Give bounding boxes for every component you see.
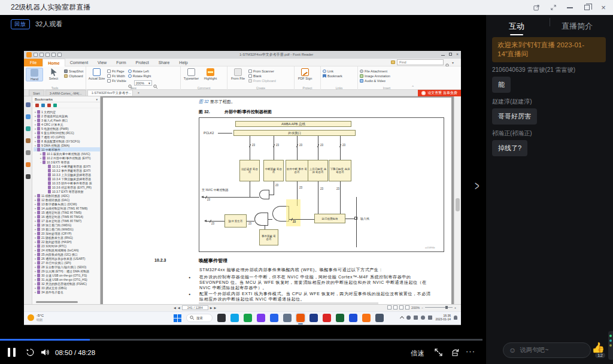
fit-visible-button[interactable]: Fit Visible [107, 79, 126, 83]
minimize-icon[interactable] [566, 4, 573, 11]
bookmark-item[interactable]: + 2 存储器和总线架构 [34, 114, 100, 118]
ribbon-tab[interactable]: Share [154, 59, 175, 66]
search-icon[interactable] [445, 60, 450, 65]
panel-expand-chevron-icon[interactable]: > [475, 178, 480, 194]
bookmark-item[interactable]: + 31 高速 USB on-the-go (OTG_HS) [34, 277, 100, 281]
document-tab[interactable]: 3-ARM-Cortex_-M4(... [45, 90, 86, 96]
progress-bar[interactable] [0, 339, 482, 341]
view-mode-icon[interactable] [393, 305, 397, 310]
bookmark-item[interactable]: + 9 DMA 控制器 (DMA) [34, 143, 100, 147]
audio-video-button[interactable]: Audio & Video [360, 79, 390, 83]
bookmark-item[interactable]: + 24 控制器局域网络 (bxCAN) [34, 248, 100, 252]
find-caret-icon[interactable]: ▾ [452, 60, 454, 65]
from-file-button[interactable]: From File [229, 68, 247, 83]
layers-panel-icon[interactable] [26, 102, 31, 107]
video-player[interactable]: 回放 32人观看 1-STM32F4xx中文参考手册.pdf - Foxit R… [0, 15, 486, 364]
ribbon-tab[interactable]: Protect [131, 59, 153, 66]
tab-interaction[interactable]: 互动 [509, 21, 524, 32]
figure-link[interactable]: 图 32 [199, 99, 209, 104]
weather-widget[interactable]: -5°C 晴朗 [28, 314, 44, 321]
bookmark-item[interactable]: + 30 全速 USB on-the-go (OTG_FS) [34, 273, 100, 277]
ribbon-tab[interactable]: Home [43, 59, 65, 66]
bookmark-item[interactable]: 10.3.6 挂起寄存器 (EXTI_PR) [34, 185, 100, 189]
taskbar-search[interactable]: 搜索 [186, 314, 213, 322]
zoom-minus-icon[interactable]: − [421, 306, 423, 310]
zoom-plus-icon[interactable]: + [454, 306, 456, 310]
bookmark-item[interactable]: 10.3.3 上升沿触发选择寄存器 [34, 172, 100, 177]
bookmark-tool-icon[interactable] [47, 104, 51, 107]
fit-page-button[interactable]: Fit Page [107, 69, 126, 73]
tab-close-icon[interactable]: × [134, 90, 142, 96]
pause-button[interactable] [8, 348, 16, 357]
bookmark-tool-icon[interactable] [53, 104, 57, 107]
tab-stream-info[interactable]: 直播简介 [562, 21, 593, 32]
close-icon[interactable]: × [600, 4, 607, 11]
blank-button[interactable]: Blank [248, 74, 276, 78]
bookmark-item[interactable]: + 28 安全数字输入/输出接口 (SDIO) [34, 265, 100, 269]
save-icon[interactable] [34, 53, 38, 57]
bookmark-item[interactable]: - 10 中断和事件 [34, 147, 100, 151]
rotate-left-button[interactable]: Rotate Left [128, 69, 158, 73]
emoji-icon[interactable]: ☺ [509, 346, 516, 354]
snapshot-button[interactable]: SnapShot [64, 69, 83, 73]
comments-panel-icon[interactable] [26, 126, 31, 131]
typewriter-button[interactable]: Typewriter [183, 68, 200, 80]
bookmark-tool-icon[interactable] [41, 104, 45, 107]
bookmark-item[interactable]: + 16 通用定时器 (TIM9 和 TIM14) [34, 214, 100, 219]
bookmark-item[interactable]: + 29 以太网 (ETH)：通过 DMA 控制器 [34, 269, 100, 273]
ribbon-tab[interactable]: View [93, 59, 111, 66]
bookmark-item[interactable]: 10.3.2 事件屏蔽寄存器 (EXTI [34, 168, 100, 172]
file-attachment-button[interactable]: File Attachment [360, 69, 390, 73]
view-mode-icon[interactable] [405, 305, 409, 310]
view-mode-icon[interactable] [387, 305, 392, 310]
mic-icon[interactable] [406, 316, 411, 320]
more-options-button[interactable]: ··· [466, 347, 475, 356]
bookmark-item[interactable]: + 4 CRC 计算单元 [34, 122, 100, 126]
ribbon-tab[interactable]: File [24, 59, 43, 66]
taskbar-app-icon[interactable] [336, 314, 344, 322]
folder-icon[interactable] [391, 60, 395, 64]
undo-icon[interactable] [51, 53, 56, 57]
bookmark-item[interactable]: + 1 文档约定 [34, 110, 100, 114]
taskbar-app-icon[interactable] [375, 314, 384, 322]
last-page-icon[interactable]: ▶ [214, 306, 217, 310]
taskbar-app-icon[interactable] [349, 314, 357, 322]
scrollbar-thumb[interactable] [456, 198, 460, 211]
bookmark-item[interactable]: + 21 随机数发生器 (RNG) [34, 235, 100, 239]
like-button[interactable]: 👍 12 [591, 341, 607, 359]
bookmark-item[interactable]: 10.3.5 软件中断事件寄存器 (E [34, 181, 100, 185]
tray-expand-icon[interactable] [400, 316, 404, 320]
link-button[interactable]: Link [323, 69, 342, 73]
highlight-button[interactable]: Highlight [202, 68, 219, 80]
bookmark-item[interactable]: + 17 基本定时器 (TIM6 和 TIM7) [34, 219, 100, 223]
document-scrollbar[interactable] [454, 96, 461, 304]
bookmark-item[interactable]: + 14 高级控制定时器 (TIM1 和 TIM8) [34, 206, 100, 210]
fullscreen-icon[interactable] [550, 4, 557, 11]
bookmark-item[interactable]: - 10.3 EXTI 寄存器 [34, 160, 100, 164]
foxit-close-icon[interactable]: × [456, 52, 459, 56]
display-icon[interactable] [414, 316, 418, 320]
taskbar-app-icon[interactable] [244, 314, 252, 322]
taskbar-app-icon[interactable] [323, 314, 331, 322]
bookmark-item[interactable]: + 19 窗口看门狗 (WWDG) [34, 227, 100, 231]
ribbon-tab[interactable]: Form [111, 59, 131, 66]
bookmark-item[interactable]: + 22 散列处理器 (HASH) [34, 239, 100, 244]
bookmark-item[interactable]: + 3 嵌入式 Flash 接口 [34, 118, 100, 122]
actual-size-button[interactable]: Actual Size [88, 68, 105, 86]
bookmark-item[interactable]: + 10.1 嵌套向量中断控制器 (NVIC) [34, 151, 100, 156]
wifi-icon[interactable] [421, 316, 425, 320]
speed-button[interactable]: 倍速 [411, 349, 424, 358]
image-annotation-button[interactable]: Image Annotation [360, 74, 390, 78]
emoji-bar-sliver[interactable] [608, 331, 613, 360]
taskbar-app-icon[interactable] [362, 314, 371, 322]
bookmark-item[interactable]: + 6 复位和时钟控制 (RCC) [34, 131, 100, 135]
bookmark-item[interactable]: + 33 调试支持 (DBG) [34, 286, 100, 290]
first-page-icon[interactable]: ◀ [174, 306, 176, 310]
bookmark-item[interactable]: 10.3.7 EXTI 寄存器映射 [34, 189, 100, 193]
taskbar-app-icon[interactable] [257, 314, 265, 322]
document-tab[interactable]: Start [29, 90, 44, 96]
zoom-level-select[interactable]: 200%▾ [134, 80, 152, 86]
zoom-slider-knob[interactable] [445, 306, 448, 309]
zoom-out-icon[interactable] [128, 81, 133, 86]
find-input[interactable] [397, 59, 444, 65]
